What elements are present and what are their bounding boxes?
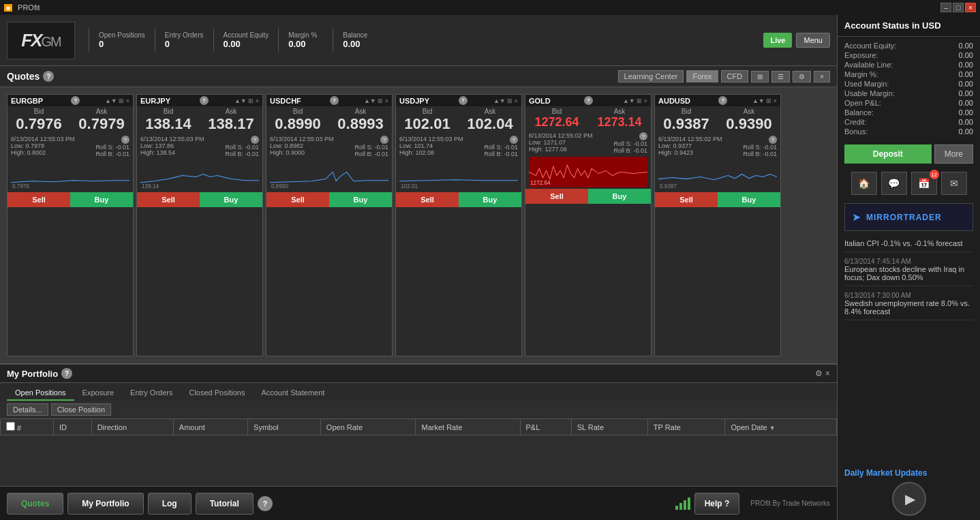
- svg-text:0.9387: 0.9387: [660, 183, 677, 189]
- menu-button[interactable]: Menu: [796, 33, 830, 48]
- usdchf-help[interactable]: ?: [330, 96, 339, 105]
- chat-icon-btn[interactable]: 💬: [881, 172, 907, 195]
- live-button[interactable]: Live: [763, 33, 792, 48]
- available-line-value: 0.00: [959, 61, 973, 69]
- col-checkbox[interactable]: #: [1, 419, 54, 435]
- profit-credit: PROfit By Trade Networks: [750, 500, 830, 507]
- list-view-btn[interactable]: ☰: [771, 71, 790, 82]
- eurjpy-buy-btn[interactable]: Buy: [200, 192, 262, 207]
- portfolio-settings-icon[interactable]: ⚙: [815, 369, 823, 378]
- bottom-help-area: Help ? PROfit By Trade Networks: [675, 493, 830, 515]
- bottom-bar: Quotes My Portfolio Log Tutorial ? Help …: [0, 486, 837, 520]
- news-date-3: 6/13/2014 7:30:00 AM: [844, 292, 973, 299]
- col-direction: Direction: [91, 419, 173, 435]
- usdjpy-bid: 102.01: [397, 115, 457, 133]
- usdjpy-ask: 102.04: [460, 115, 520, 133]
- help-btn[interactable]: Help ?: [694, 493, 740, 515]
- daily-market-title: Daily Market Updates: [844, 468, 973, 478]
- settings-icon-btn[interactable]: ⚙: [793, 71, 811, 82]
- audusd-buy-btn[interactable]: Buy: [718, 192, 780, 207]
- cfd-btn[interactable]: CFD: [721, 70, 749, 82]
- more-btn[interactable]: More: [934, 144, 973, 164]
- usdjpy-datetime: 6/13/2014 12:55:03 PM: [399, 136, 463, 142]
- news-item-2: 6/13/2014 7:45:14 AM European stocks dec…: [844, 258, 973, 286]
- portfolio-close-icon[interactable]: ×: [825, 369, 830, 378]
- usdchf-chart: 0.8990: [270, 160, 388, 191]
- close-position-btn[interactable]: Close Position: [51, 403, 111, 416]
- bar2: [679, 503, 682, 510]
- gold-help2[interactable]: ?: [639, 132, 647, 140]
- eurjpy-help[interactable]: ?: [200, 96, 209, 105]
- home-icon-btn[interactable]: 🏠: [851, 172, 877, 195]
- daily-market-section: Daily Market Updates ▶: [838, 464, 980, 520]
- usdchf-datetime: 6/13/2014 12:55:03 PM: [270, 136, 334, 142]
- details-btn[interactable]: Details...: [7, 403, 48, 416]
- maximize-btn[interactable]: □: [953, 3, 964, 12]
- gold-buy-btn[interactable]: Buy: [588, 189, 651, 204]
- svg-text:0.7976: 0.7976: [12, 183, 29, 189]
- quotes-help-icon[interactable]: ?: [43, 71, 54, 82]
- right-panel: Account Status in USD Account Equity: 0.…: [837, 15, 980, 520]
- usdjpy-chart: 102.01: [399, 160, 518, 191]
- forex-btn[interactable]: Forex: [686, 70, 718, 82]
- tutorial-nav-btn[interactable]: Tutorial: [196, 493, 254, 515]
- portfolio-help-icon[interactable]: ?: [61, 368, 72, 379]
- eurgbp-buy-btn[interactable]: Buy: [70, 192, 133, 207]
- usdjpy-help[interactable]: ?: [459, 96, 468, 105]
- play-button[interactable]: ▶: [892, 482, 926, 516]
- mail-icon-btn[interactable]: ✉: [941, 172, 967, 195]
- margin-value: 0.00: [959, 70, 973, 78]
- close-quotes-btn[interactable]: ×: [814, 71, 830, 82]
- eurgbp-sell-btn[interactable]: Sell: [7, 192, 70, 207]
- usdjpy-buy-btn[interactable]: Buy: [459, 192, 521, 207]
- tab-exposure[interactable]: Exposure: [74, 386, 122, 401]
- log-nav-btn[interactable]: Log: [148, 493, 192, 515]
- eurgbp-ask: 0.7979: [72, 115, 132, 133]
- gold-ask: 1273.14: [589, 115, 649, 129]
- tab-open-positions[interactable]: Open Positions: [7, 386, 74, 401]
- right-icons: 🏠 💬 📅 12 ✉: [838, 168, 980, 199]
- credit-label: Credit:: [844, 118, 866, 126]
- eurgbp-bid: 0.7976: [9, 115, 69, 133]
- audusd-help[interactable]: ?: [718, 96, 727, 105]
- minimize-btn[interactable]: –: [940, 3, 951, 12]
- eurgbp-help[interactable]: ?: [71, 96, 80, 105]
- tab-closed-positions[interactable]: Closed Positions: [181, 386, 253, 401]
- mirror-arrow-icon: ➤: [852, 211, 861, 224]
- quote-card-eurgbp: EURGBP ? ▲▼ ⊞ × Bid 0.7976 Ask 0.7979: [7, 94, 134, 356]
- select-all-checkbox[interactable]: [6, 422, 15, 431]
- usdchf-sell-btn[interactable]: Sell: [266, 192, 329, 207]
- audusd-sell-btn[interactable]: Sell: [655, 192, 718, 207]
- gold-sell-btn[interactable]: Sell: [525, 189, 588, 204]
- close-btn[interactable]: ×: [965, 3, 976, 12]
- news-item-1: Italian CPI -0.1% vs. -0.1% forecast: [844, 239, 973, 252]
- deposit-area: Deposit More: [838, 140, 980, 168]
- tab-entry-orders[interactable]: Entry Orders: [122, 386, 181, 401]
- grid-view-btn[interactable]: ⊞: [751, 71, 769, 82]
- usdjpy-sell-btn[interactable]: Sell: [396, 192, 459, 207]
- eurgbp-low: Low: 0.7978: [11, 142, 75, 149]
- tab-account-statement[interactable]: Account Statement: [253, 386, 333, 401]
- learning-center-btn[interactable]: Learning Center: [618, 70, 684, 82]
- usdchf-buy-btn[interactable]: Buy: [329, 192, 392, 207]
- eurjpy-sell-btn[interactable]: Sell: [137, 192, 200, 207]
- audusd-help2[interactable]: ?: [769, 136, 777, 144]
- col-tp-rate: TP Rate: [647, 419, 725, 435]
- bonus-label: Bonus:: [844, 127, 868, 136]
- deposit-btn[interactable]: Deposit: [844, 144, 932, 164]
- portfolio-nav-btn[interactable]: My Portfolio: [67, 493, 143, 515]
- col-amount: Amount: [173, 419, 247, 435]
- gold-help[interactable]: ?: [584, 96, 593, 105]
- calendar-icon-btn[interactable]: 📅 12: [911, 172, 937, 195]
- quotes-section: Quotes ? Learning Center Forex CFD ⊞ ☰ ⚙…: [0, 66, 837, 363]
- eurgbp-help2[interactable]: ?: [121, 136, 129, 144]
- eurjpy-symbol: EURJPY: [140, 97, 170, 105]
- eurjpy-help2[interactable]: ?: [251, 136, 259, 144]
- equity-label: Account Equity:: [844, 42, 896, 50]
- usdjpy-help2[interactable]: ?: [510, 136, 518, 144]
- help-question-btn[interactable]: ?: [258, 496, 273, 511]
- quotes-nav-btn[interactable]: Quotes: [7, 493, 63, 515]
- col-open-date[interactable]: Open Date ▼: [725, 419, 837, 435]
- usdchf-help2[interactable]: ?: [380, 136, 388, 144]
- col-sl-rate: SL Rate: [571, 419, 647, 435]
